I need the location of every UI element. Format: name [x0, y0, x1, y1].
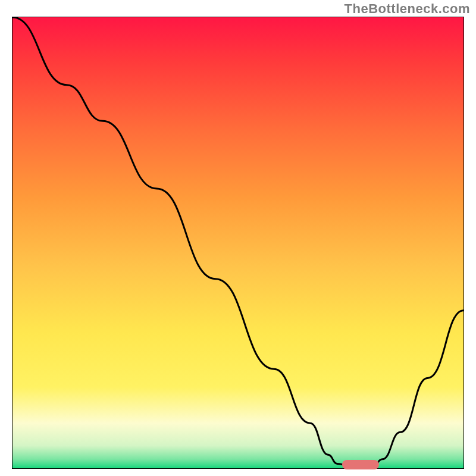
watermark-text: TheBottleneck.com: [345, 1, 470, 17]
optimal-point-marker: [342, 460, 379, 469]
chart-plot-area: [12, 17, 464, 469]
chart-curve: [12, 17, 464, 468]
